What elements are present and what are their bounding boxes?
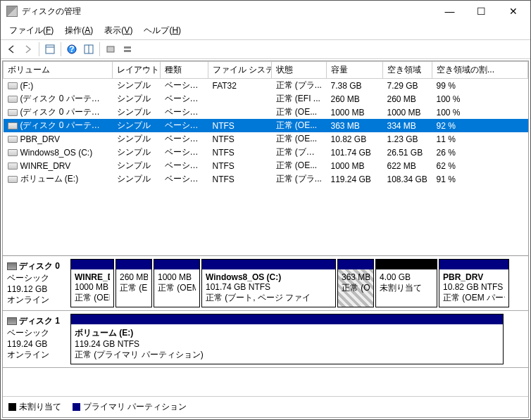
titlebar: ディスクの管理 — ☐ ✕ bbox=[1, 1, 530, 22]
window-title: ディスクの管理 bbox=[22, 6, 434, 18]
disk-icon bbox=[8, 109, 18, 116]
disk-row: ディスク 0ベーシック119.12 GBオンラインWINRE_DRV1000 M… bbox=[3, 256, 528, 311]
col-header[interactable]: 空き領域 bbox=[383, 62, 432, 79]
partition[interactable]: WINRE_DRV1000 MB NT正常 (OEM ) bbox=[70, 259, 114, 307]
forward-button[interactable] bbox=[20, 42, 36, 57]
table-row[interactable]: (ディスク 0 パーティシ...シンプルベーシックNTFS正常 (OE...36… bbox=[4, 119, 528, 132]
svg-rect-0 bbox=[46, 45, 54, 53]
partition[interactable]: 4.00 GB未割り当て bbox=[375, 259, 437, 307]
col-header[interactable]: 状態 bbox=[272, 62, 327, 79]
app-icon bbox=[6, 6, 18, 17]
back-button[interactable] bbox=[4, 42, 19, 57]
volume-list: ボリュームレイアウト種類ファイル システム状態容量空き領域空き領域の割... (… bbox=[3, 61, 528, 255]
window-controls: — ☐ ✕ bbox=[434, 1, 529, 21]
disk-icon bbox=[7, 262, 17, 270]
minimize-button[interactable]: — bbox=[434, 1, 466, 21]
partition[interactable]: 260 MB正常 (EFI bbox=[115, 259, 152, 307]
menu-file[interactable]: ファイル(F) bbox=[4, 23, 59, 38]
menu-help[interactable]: ヘルプ(H) bbox=[138, 23, 187, 38]
table-row[interactable]: PBR_DRVシンプルベーシックNTFS正常 (OE...10.82 GB1.2… bbox=[4, 132, 528, 146]
disk-label[interactable]: ディスク 0ベーシック119.12 GBオンライン bbox=[3, 256, 68, 310]
close-button[interactable]: ✕ bbox=[497, 1, 529, 21]
refresh-button[interactable] bbox=[120, 42, 135, 57]
legend: 未割り当て プライマリ パーティション bbox=[3, 396, 528, 417]
svg-rect-8 bbox=[124, 50, 131, 52]
svg-rect-7 bbox=[124, 46, 131, 49]
menu-view[interactable]: 表示(V) bbox=[99, 23, 138, 38]
col-header[interactable]: ファイル システム bbox=[208, 62, 272, 79]
partition[interactable]: 363 MB N正常 (OEM bbox=[337, 259, 374, 307]
col-header[interactable]: ボリューム bbox=[4, 62, 113, 79]
table-row[interactable]: ボリューム (E:)シンプルベーシックNTFS正常 (プラ...119.24 G… bbox=[4, 172, 528, 186]
partition[interactable]: ボリューム (E:)119.24 GB NTFS正常 (プライマリ パーティショ… bbox=[70, 314, 504, 364]
table-row[interactable]: (ディスク 0 パーティシ...シンプルベーシック正常 (OE...1000 M… bbox=[4, 106, 528, 119]
table-row[interactable]: Windows8_OS (C:)シンプルベーシックNTFS正常 (ブート...1… bbox=[4, 146, 528, 159]
content-area: ボリュームレイアウト種類ファイル システム状態容量空き領域空き領域の割... (… bbox=[2, 61, 529, 418]
disk-icon bbox=[8, 136, 18, 143]
disk-icon bbox=[8, 82, 18, 89]
col-header[interactable]: 容量 bbox=[327, 62, 383, 79]
disk-icon bbox=[8, 149, 18, 156]
disk-icon bbox=[8, 176, 18, 183]
settings-button[interactable] bbox=[81, 42, 96, 57]
col-header[interactable]: 種類 bbox=[161, 62, 208, 79]
partition[interactable]: Windows8_OS (C:)101.74 GB NTFS正常 (ブート, ペ… bbox=[201, 259, 336, 307]
disk-icon bbox=[7, 317, 17, 325]
col-header[interactable]: 空き領域の割... bbox=[432, 62, 528, 79]
toolbar: ? bbox=[1, 40, 530, 59]
table-row[interactable]: (ディスク 0 パーティシ...シンプルベーシック正常 (EFI ...260 … bbox=[4, 92, 528, 106]
svg-rect-6 bbox=[107, 46, 114, 52]
legend-primary: プライマリ パーティション bbox=[73, 401, 187, 413]
disk-label[interactable]: ディスク 1ベーシック119.24 GBオンライン bbox=[3, 311, 68, 367]
maximize-button[interactable]: ☐ bbox=[466, 1, 497, 21]
partition[interactable]: 1000 MB正常 (OEM ) bbox=[154, 259, 200, 307]
table-row[interactable]: (F:)シンプルベーシックFAT32正常 (プラ...7.38 GB7.29 G… bbox=[4, 79, 528, 93]
partition[interactable]: PBR_DRV10.82 GB NTFS正常 (OEM パーティ bbox=[439, 259, 509, 307]
disk-icon bbox=[8, 163, 18, 170]
properties-button[interactable] bbox=[103, 42, 118, 57]
table-row[interactable]: WINRE_DRVシンプルベーシックNTFS正常 (OE...1000 MB62… bbox=[4, 159, 528, 172]
disk-graph: ディスク 0ベーシック119.12 GBオンラインWINRE_DRV1000 M… bbox=[3, 255, 528, 417]
help-button[interactable]: ? bbox=[64, 42, 80, 57]
disk-row: ディスク 1ベーシック119.24 GBオンラインボリューム (E:)119.2… bbox=[3, 311, 528, 368]
menu-action[interactable]: 操作(A) bbox=[59, 23, 99, 38]
col-header[interactable]: レイアウト bbox=[113, 62, 161, 79]
disk-icon bbox=[8, 122, 18, 129]
legend-unallocated: 未割り当て bbox=[8, 401, 61, 413]
svg-text:?: ? bbox=[69, 44, 74, 54]
disk-icon bbox=[8, 96, 18, 103]
menubar: ファイル(F) 操作(A) 表示(V) ヘルプ(H) bbox=[1, 22, 530, 40]
views-button[interactable] bbox=[42, 42, 58, 57]
